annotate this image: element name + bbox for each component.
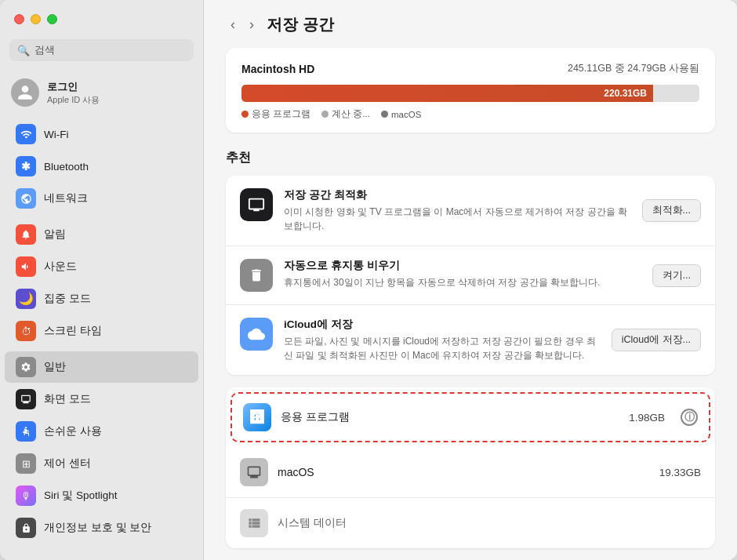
sidebar-item-siri[interactable]: 🎙 Siri 및 Spotlight bbox=[5, 480, 198, 511]
macos-icon bbox=[240, 458, 268, 486]
rec-icon-cloud bbox=[240, 318, 273, 351]
apps-info-button[interactable]: ⓘ bbox=[681, 409, 698, 426]
search-input[interactable]: 검색 bbox=[34, 43, 55, 57]
rec-body-trash: 자동으로 휴지통 비우기 휴지통에서 30일이 지난 항목을 자동으로 삭제하여… bbox=[284, 259, 641, 289]
screentime-icon: ⏱ bbox=[16, 321, 36, 341]
rec-item-trash: 자동으로 휴지통 비우기 휴지통에서 30일이 지난 항목을 자동으로 삭제하여… bbox=[226, 246, 715, 305]
storage-bar-used: 220.31GB bbox=[241, 85, 653, 102]
profile-sub: Apple ID 사용 bbox=[47, 94, 100, 106]
sidebar-item-network[interactable]: 네트워크 bbox=[5, 183, 198, 214]
legend-label-apps: 응용 프로그램 bbox=[252, 108, 310, 120]
sidebar-section-network: Wi-Fi ✱ Bluetooth 네트워크 bbox=[0, 118, 203, 215]
storage-items-list: 🅰 응용 프로그램 1.98GB ⓘ macOS 19.33GB bbox=[226, 387, 715, 548]
apps-icon: 🅰 bbox=[243, 403, 271, 431]
sidebar: 🔍 검색 로그인 Apple ID 사용 Wi-Fi ✱ Bluetooth bbox=[0, 0, 204, 560]
avatar bbox=[11, 78, 39, 107]
storage-item-systemdata: 시스템 데이터 bbox=[226, 498, 715, 548]
sidebar-item-accessibility-label: 손쉬운 사용 bbox=[44, 424, 102, 438]
rec-title-icloud: iCloud에 저장 bbox=[284, 318, 601, 332]
storage-item-systemdata-name: 시스템 데이터 bbox=[278, 516, 701, 530]
network-icon bbox=[16, 188, 36, 209]
accessibility-icon bbox=[16, 421, 36, 442]
sidebar-item-accessibility[interactable]: 손쉬운 사용 bbox=[5, 416, 198, 447]
siri-icon: 🎙 bbox=[16, 485, 36, 506]
drive-name: Macintosh HD bbox=[241, 63, 314, 75]
back-button[interactable]: ‹ bbox=[226, 15, 240, 35]
main-content: Macintosh HD 245.11GB 중 24.79GB 사용됨 220.… bbox=[204, 48, 737, 560]
sidebar-item-bluetooth-label: Bluetooth bbox=[44, 161, 89, 173]
rec-btn-trash[interactable]: 켜기... bbox=[652, 264, 701, 287]
sound-icon bbox=[16, 256, 36, 277]
controlcenter-icon: ⊞ bbox=[16, 453, 36, 474]
main-panel: ‹ › 저장 공간 Macintosh HD 245.11GB 중 24.79G… bbox=[204, 0, 737, 560]
legend-item-calc: 계산 중... bbox=[321, 108, 370, 120]
profile-text: 로그인 Apple ID 사용 bbox=[47, 80, 100, 106]
minimize-button[interactable] bbox=[31, 14, 41, 24]
sidebar-item-sound-label: 사운드 bbox=[44, 260, 77, 274]
storage-item-macos-name: macOS bbox=[278, 466, 650, 478]
rec-body-optimize: 저장 공간 최적화 이미 시청한 영화 및 TV 프로그램을 이 Mac에서 자… bbox=[284, 188, 631, 233]
sidebar-item-general[interactable]: 일반 bbox=[5, 351, 198, 383]
sidebar-section-general: 일반 화면 모드 손쉬운 사용 ⊞ 제어 센터 🎙 Siri 및 Spot bbox=[0, 351, 203, 544]
bluetooth-icon: ✱ bbox=[16, 156, 36, 176]
storage-item-apps-name: 응용 프로그램 bbox=[281, 410, 619, 424]
systemdata-icon bbox=[240, 509, 268, 537]
storage-header: Macintosh HD 245.11GB 중 24.79GB 사용됨 bbox=[241, 62, 699, 75]
close-button[interactable] bbox=[14, 14, 24, 24]
sidebar-item-screentime[interactable]: ⏱ 스크린 타임 bbox=[5, 315, 198, 347]
storage-item-macos: macOS 19.33GB bbox=[226, 447, 715, 498]
search-icon: 🔍 bbox=[17, 45, 30, 56]
sidebar-item-siri-label: Siri 및 Spotlight bbox=[44, 489, 118, 503]
sidebar-item-wifi-label: Wi-Fi bbox=[44, 129, 68, 140]
rec-icon-tv bbox=[240, 188, 273, 221]
system-preferences-window: 🔍 검색 로그인 Apple ID 사용 Wi-Fi ✱ Bluetooth bbox=[0, 0, 737, 560]
storage-used-label: 220.31GB bbox=[604, 88, 647, 99]
rec-item-icloud: iCloud에 저장 모든 파일, 사진 및 메시지를 iCloud에 저장하고… bbox=[226, 305, 715, 375]
forward-button[interactable]: › bbox=[245, 15, 259, 35]
legend-label-macos: macOS bbox=[391, 110, 421, 119]
rec-icon-trash bbox=[240, 259, 273, 292]
sidebar-item-sound[interactable]: 사운드 bbox=[5, 251, 198, 282]
sidebar-item-display-label: 화면 모드 bbox=[44, 392, 91, 406]
sidebar-item-bluetooth[interactable]: ✱ Bluetooth bbox=[5, 151, 198, 182]
search-bar[interactable]: 🔍 검색 bbox=[9, 39, 194, 61]
rec-desc-optimize: 이미 시청한 영화 및 TV 프로그램을 이 Mac에서 자동으로 제거하여 저… bbox=[284, 205, 631, 233]
legend-dot-macos bbox=[381, 111, 388, 118]
maximize-button[interactable] bbox=[47, 14, 57, 24]
storage-item-macos-size: 19.33GB bbox=[659, 467, 701, 478]
general-icon bbox=[16, 357, 36, 377]
traffic-lights bbox=[14, 14, 57, 24]
sidebar-item-general-label: 일반 bbox=[44, 360, 66, 374]
sidebar-item-focus[interactable]: 🌙 집중 모드 bbox=[5, 283, 198, 315]
storage-total-info: 245.11GB 중 24.79GB 사용됨 bbox=[568, 62, 699, 75]
recommendations-list: 저장 공간 최적화 이미 시청한 영화 및 TV 프로그램을 이 Mac에서 자… bbox=[226, 176, 715, 375]
wifi-icon bbox=[16, 124, 36, 144]
rec-btn-optimize[interactable]: 최적화... bbox=[642, 199, 701, 222]
storage-item-apps-size: 1.98GB bbox=[629, 412, 665, 424]
storage-bar-section: Macintosh HD 245.11GB 중 24.79GB 사용됨 220.… bbox=[226, 48, 715, 133]
sidebar-item-privacy-label: 개인정보 보호 및 보안 bbox=[44, 521, 151, 535]
legend-item-macos: macOS bbox=[381, 108, 421, 120]
sidebar-item-controlcenter-label: 제어 센터 bbox=[44, 456, 91, 471]
sidebar-item-notifications-label: 알림 bbox=[44, 227, 66, 242]
profile-name: 로그인 bbox=[47, 80, 100, 94]
rec-item-optimize: 저장 공간 최적화 이미 시청한 영화 및 TV 프로그램을 이 Mac에서 자… bbox=[226, 176, 715, 246]
rec-desc-icloud: 모든 파일, 사진 및 메시지를 iCloud에 저장하고 저장 공간이 필요한… bbox=[284, 334, 601, 362]
privacy-icon bbox=[16, 518, 36, 538]
sidebar-item-notifications[interactable]: 알림 bbox=[5, 219, 198, 250]
sidebar-section-system: 알림 사운드 🌙 집중 모드 ⏱ 스크린 타임 bbox=[0, 218, 203, 347]
profile-item[interactable]: 로그인 Apple ID 사용 bbox=[0, 72, 203, 113]
storage-item-apps: 🅰 응용 프로그램 1.98GB ⓘ bbox=[232, 394, 709, 441]
storage-bar-container: 220.31GB bbox=[241, 85, 699, 102]
sidebar-item-controlcenter[interactable]: ⊞ 제어 센터 bbox=[5, 448, 198, 479]
display-icon bbox=[16, 389, 36, 409]
sidebar-item-focus-label: 집중 모드 bbox=[44, 292, 91, 306]
sidebar-item-wifi[interactable]: Wi-Fi bbox=[5, 118, 198, 150]
sidebar-item-privacy[interactable]: 개인정보 보호 및 보안 bbox=[5, 512, 198, 544]
rec-btn-icloud[interactable]: iCloud에 저장... bbox=[612, 329, 701, 351]
legend-label-calc: 계산 중... bbox=[332, 108, 370, 120]
rec-body-icloud: iCloud에 저장 모든 파일, 사진 및 메시지를 iCloud에 저장하고… bbox=[284, 318, 601, 362]
sidebar-item-screentime-label: 스크린 타임 bbox=[44, 324, 102, 338]
sidebar-item-display[interactable]: 화면 모드 bbox=[5, 384, 198, 415]
sidebar-item-network-label: 네트워크 bbox=[44, 191, 88, 205]
